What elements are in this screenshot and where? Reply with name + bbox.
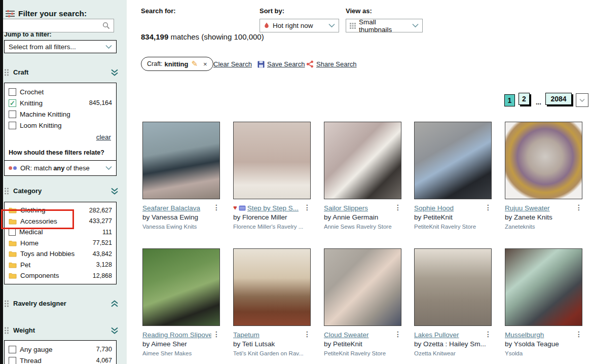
search-icon[interactable]: [102, 22, 110, 29]
pattern-store-link[interactable]: PetiteKnit Ravelry Store: [324, 350, 401, 356]
category-item-medical[interactable]: Medical 111: [5, 227, 116, 238]
card-menu-icon[interactable]: ⋮: [575, 331, 582, 338]
pattern-store-link[interactable]: Ozetta Knitwear: [414, 350, 492, 356]
pattern-author[interactable]: by Aimee Sher: [142, 340, 220, 348]
pattern-title-link[interactable]: Lakes Pullover: [414, 331, 483, 339]
pattern-title-link[interactable]: Cloud Sweater: [324, 331, 393, 339]
checkbox-unchecked[interactable]: [9, 122, 16, 129]
pattern-store-link[interactable]: Ysolda: [505, 350, 582, 356]
pattern-author[interactable]: by PetiteKnit: [414, 213, 492, 221]
card-menu-icon[interactable]: ⋮: [304, 331, 311, 338]
weight-option-thread[interactable]: Thread 4,067: [5, 355, 116, 364]
sort-select[interactable]: Hot right now: [260, 19, 339, 32]
pattern-thumbnail[interactable]: [324, 122, 401, 199]
pattern-thumbnail[interactable]: [505, 248, 582, 326]
search-input[interactable]: [0, 19, 114, 32]
collapse-double-chevron-down-icon[interactable]: [110, 69, 119, 76]
drag-handle-icon[interactable]: [4, 188, 9, 195]
category-item-pet[interactable]: Pet 3,128: [5, 260, 116, 271]
chip-close-icon[interactable]: ×: [203, 60, 207, 68]
checkbox-unchecked[interactable]: [9, 346, 16, 353]
pattern-title-link[interactable]: Sailor Slippers: [324, 204, 393, 212]
card-menu-icon[interactable]: ⋮: [575, 204, 582, 211]
craft-option-loom-knitting[interactable]: Loom Knitting: [5, 120, 116, 131]
pattern-thumbnail[interactable]: [324, 248, 401, 326]
pattern-store-link[interactable]: Teti's Knit Garden on Rav...: [233, 350, 311, 356]
pattern-thumbnail[interactable]: [414, 248, 492, 326]
designer-section-header[interactable]: Ravelry designer: [4, 300, 119, 307]
page-button-last[interactable]: 2084: [545, 93, 572, 105]
drag-handle-icon[interactable]: [4, 327, 9, 334]
clear-search-link[interactable]: Clear Search: [213, 60, 252, 68]
pattern-title-link[interactable]: Rujuu Sweater: [505, 204, 574, 212]
category-item-clothing[interactable]: Clothing 282,627: [5, 205, 116, 216]
collapse-double-chevron-down-icon[interactable]: [110, 188, 119, 195]
pattern-thumbnail[interactable]: [233, 122, 311, 199]
pattern-author[interactable]: by Zanete Knits: [505, 213, 582, 221]
page-button-1-current[interactable]: 1: [504, 94, 515, 106]
pattern-title-link[interactable]: Step by Step S...: [247, 204, 302, 212]
page-jump-dropdown[interactable]: [576, 93, 588, 107]
pattern-author[interactable]: by Teti Lutsak: [233, 340, 311, 348]
pattern-author[interactable]: by Florence Miller: [233, 213, 311, 221]
card-menu-icon[interactable]: ⋮: [394, 204, 401, 211]
craft-section-header[interactable]: Craft: [4, 68, 119, 76]
pattern-title-link[interactable]: Sophie Hood: [414, 204, 483, 212]
pattern-thumbnail[interactable]: [142, 122, 220, 199]
pattern-thumbnail[interactable]: [233, 248, 311, 326]
card-menu-icon[interactable]: ⋮: [394, 331, 401, 338]
page-button-2[interactable]: 2: [519, 93, 530, 105]
pattern-store-link[interactable]: PetiteKnit Ravelry Store: [414, 224, 492, 230]
category-item-home[interactable]: Home 77,521: [5, 238, 116, 249]
card-menu-icon[interactable]: ⋮: [485, 204, 492, 211]
clear-search-label[interactable]: Clear Search: [213, 60, 252, 68]
pattern-title-link[interactable]: Musselburgh: [505, 331, 574, 339]
pattern-author[interactable]: by Vanessa Ewing: [142, 213, 220, 221]
checkbox-unchecked[interactable]: [9, 111, 16, 118]
craft-option-knitting[interactable]: ✓ Knitting 845,164: [5, 97, 116, 108]
search-text-field[interactable]: [4, 21, 99, 31]
card-menu-icon[interactable]: ⋮: [304, 204, 311, 211]
checkbox-unchecked[interactable]: [9, 357, 16, 364]
save-search-label[interactable]: Save Search: [267, 60, 305, 68]
pattern-store-link[interactable]: Florence Miller's Ravelry ...: [233, 224, 311, 230]
craft-option-machine-knitting[interactable]: Machine Knitting: [5, 108, 116, 120]
view-select[interactable]: Small thumbnails: [346, 19, 423, 32]
pattern-author[interactable]: by Annie Germain: [324, 213, 401, 221]
pattern-store-link[interactable]: Annie Sews Ravelry Store: [324, 224, 401, 230]
category-item-toys-and-hobbies[interactable]: Toys and Hobbies 43,842: [5, 248, 116, 260]
category-item-components[interactable]: Components 12,868: [5, 270, 116, 281]
card-menu-icon[interactable]: ⋮: [213, 331, 220, 338]
pencil-edit-icon[interactable]: ✎: [192, 59, 198, 68]
pattern-store-link[interactable]: Zaneteknits: [505, 224, 582, 230]
pattern-thumbnail[interactable]: [142, 248, 220, 326]
share-search-link[interactable]: Share Search: [306, 60, 357, 68]
weight-section-header[interactable]: Weight: [4, 326, 119, 334]
pattern-title-link[interactable]: Seafarer Balaclava: [142, 204, 211, 212]
pattern-author[interactable]: by PetiteKnit: [324, 340, 401, 348]
checkbox-checked[interactable]: ✓: [9, 99, 16, 107]
weight-option-any-gauge[interactable]: Any gauge 7,730: [5, 344, 116, 355]
pattern-title-link[interactable]: Tapetum: [233, 331, 302, 339]
expand-double-chevron-up-icon[interactable]: [110, 300, 119, 307]
share-search-label[interactable]: Share Search: [316, 60, 357, 68]
active-filter-chip-craft[interactable]: Craft: knitting ✎ ×: [141, 57, 213, 71]
pattern-author[interactable]: by Ysolda Teague: [505, 340, 582, 348]
craft-clear-link[interactable]: clear: [96, 133, 111, 141]
pattern-author[interactable]: by Ozetta : Hailey Sm...: [414, 340, 492, 348]
checkbox-unchecked[interactable]: [9, 229, 16, 236]
save-search-link[interactable]: Save Search: [257, 60, 305, 68]
card-menu-icon[interactable]: ⋮: [485, 331, 492, 338]
pattern-thumbnail[interactable]: [414, 122, 492, 199]
pattern-store-link[interactable]: Aimee Sher Makes: [142, 350, 220, 356]
pattern-title-link[interactable]: Reading Room Slipover: [142, 331, 211, 339]
category-item-accessories[interactable]: Accessories 433,277: [5, 216, 116, 227]
pattern-store-link[interactable]: Vanessa Ewing Knits: [142, 224, 220, 230]
card-menu-icon[interactable]: ⋮: [213, 204, 220, 211]
pattern-thumbnail[interactable]: [505, 122, 582, 199]
relate-mode-select[interactable]: OR: matchanyof these: [5, 160, 116, 175]
category-section-header[interactable]: Category: [4, 187, 119, 195]
checkbox-unchecked[interactable]: [9, 88, 16, 96]
collapse-double-chevron-down-icon[interactable]: [110, 327, 119, 334]
drag-handle-icon[interactable]: [4, 69, 9, 76]
